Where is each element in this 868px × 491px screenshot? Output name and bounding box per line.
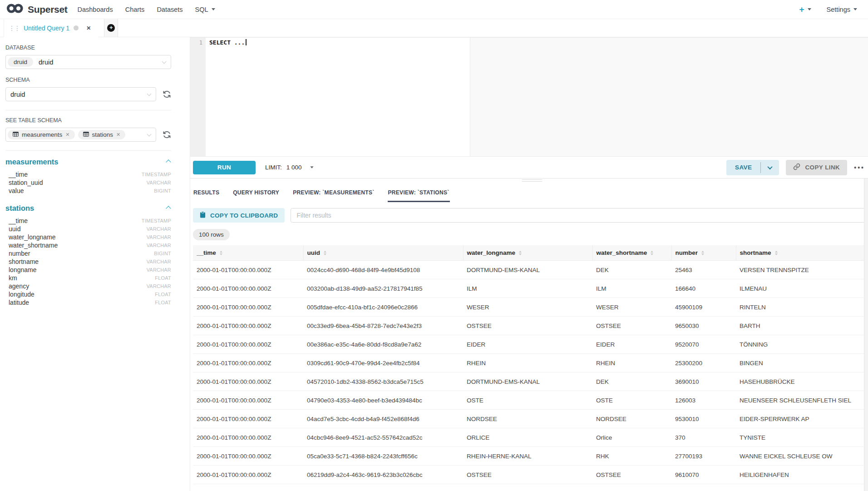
line-number: 1 <box>199 40 202 46</box>
table-column-row: shortname VARCHAR <box>5 258 171 266</box>
refresh-tables-icon[interactable] <box>162 130 171 139</box>
nav-item-datasets[interactable]: Datasets <box>157 6 182 13</box>
table-cell: TÖNNING <box>736 335 866 354</box>
main-split: DATABASE druid druid SCHEMA druid <box>0 37 868 491</box>
column-type: FLOAT <box>155 275 171 282</box>
table-schema-select[interactable]: measurements ✕ stations ✕ <box>5 128 156 142</box>
nav-item-dashboards[interactable]: Dashboards <box>77 6 113 13</box>
caret-down-icon <box>212 8 215 10</box>
save-button[interactable]: SAVE <box>726 160 760 175</box>
drag-dots-icon[interactable]: ⋮⋮ <box>9 25 20 31</box>
table-cell: OSTSEE <box>592 317 671 335</box>
chevron-up-icon[interactable] <box>166 206 171 211</box>
table-cell: 04cbc946-8ee9-4521-ac52-557642cad52c <box>303 428 463 447</box>
table-cell: OSTSEE <box>463 466 592 484</box>
table-cell: 05ca0e33-5c71-4368-b824-2243fcff656c <box>303 447 463 466</box>
caret-down-icon <box>853 8 857 10</box>
copy-link-label: COPY LINK <box>805 164 840 171</box>
pane-resize-handle[interactable] <box>190 179 868 183</box>
close-icon[interactable]: ✕ <box>86 25 91 31</box>
table-name[interactable]: stations <box>5 204 34 213</box>
sort-icon[interactable] <box>324 251 326 255</box>
sort-icon[interactable] <box>220 251 222 255</box>
copy-link-button[interactable]: COPY LINK <box>786 160 847 175</box>
query-tab-active[interactable]: ⋮⋮ Untitled Query 1 ✕ <box>4 19 98 37</box>
column-header-label: uuid <box>307 249 321 256</box>
sql-workspace: 1 SELECT ... RUN LIMIT: 1 000 SAVE <box>190 37 868 491</box>
column-header-label: water_longname <box>467 249 516 256</box>
column-header[interactable]: water_longname <box>463 245 592 261</box>
schema-value: druid <box>10 91 25 98</box>
chevron-down-icon <box>768 164 773 169</box>
code-text: SELECT ... <box>209 39 245 46</box>
sql-editor[interactable]: 1 SELECT ... <box>190 37 868 157</box>
remove-pill-icon[interactable]: ✕ <box>116 132 120 138</box>
table-cell: 2000-01-01T00:00:00.000Z <box>193 372 303 391</box>
table-cell: 2000-01-01T00:00:00.000Z <box>193 261 303 279</box>
superset-brand[interactable]: Superset <box>6 3 67 16</box>
table-cell: 04790e03-4353-4e80-beef-b3ed439484bc <box>303 391 463 410</box>
limit-dropdown[interactable]: LIMIT: 1 000 <box>265 164 314 171</box>
sort-icon[interactable] <box>775 251 778 255</box>
table-cell: DORTMUND-EMS-KANAL <box>463 372 592 391</box>
table-column-row: value BIGINT <box>5 187 171 195</box>
copy-to-clipboard-label: COPY TO CLIPBOARD <box>210 212 278 219</box>
column-name: __time <box>9 171 28 178</box>
results-table-wrap: __timeuuidwater_longnamewater_shortnamen… <box>193 245 866 491</box>
refresh-schema-icon[interactable] <box>162 90 171 99</box>
table-name[interactable]: measurements <box>5 158 58 166</box>
table-cell: 2000-01-01T00:00:00.000Z <box>193 410 303 428</box>
sort-icon[interactable] <box>519 251 522 255</box>
nav-item-sql[interactable]: SQL <box>195 6 215 13</box>
add-query-tab-button[interactable]: + <box>104 19 118 37</box>
table-column-row: number BIGINT <box>5 249 171 258</box>
table-cell: EIDER <box>463 335 592 354</box>
column-name: latitude <box>9 299 29 306</box>
table-cell: NORDSEE <box>592 410 671 428</box>
table-cell: 2000-01-01T00:00:00.000Z <box>193 298 303 317</box>
database-select[interactable]: druid druid <box>5 55 171 69</box>
table-cell: DEK <box>592 261 671 279</box>
tab-query-history[interactable]: QUERY HISTORY <box>232 187 280 202</box>
new-item-button[interactable]: + <box>799 5 811 14</box>
column-header[interactable]: number <box>671 245 736 261</box>
table-row: 2000-01-01T00:00:00.000Z04790e03-4353-4e… <box>193 391 866 410</box>
tab-results[interactable]: RESULTS <box>193 187 220 202</box>
editor-gutter: 1 <box>190 38 206 156</box>
nav-item-charts[interactable]: Charts <box>125 6 145 13</box>
column-header[interactable]: __time <box>193 245 303 261</box>
table-column-row: longname VARCHAR <box>5 266 171 274</box>
copy-to-clipboard-button[interactable]: COPY TO CLIPBOARD <box>193 208 285 223</box>
table-cell: RHEIN <box>463 354 592 372</box>
table-pill-measurements[interactable]: measurements ✕ <box>8 130 75 139</box>
column-name: uuid <box>9 226 20 233</box>
table-cell: 2000-01-01T00:00:00.000Z <box>193 317 303 335</box>
schema-select[interactable]: druid <box>5 87 156 101</box>
result-actions: COPY TO CLIPBOARD <box>193 208 866 223</box>
column-type: BIGINT <box>154 250 171 257</box>
table-cell: 27700193 <box>671 447 736 466</box>
editor-code[interactable]: SELECT ... <box>206 38 247 156</box>
save-options-button[interactable] <box>761 160 779 175</box>
column-header[interactable]: uuid <box>303 245 463 261</box>
more-menu-icon[interactable]: ••• <box>854 164 865 171</box>
column-header[interactable]: water_shortname <box>592 245 671 261</box>
column-name: shortname <box>9 258 39 265</box>
table-cell: RHEIN-HERNE-KANAL <box>463 447 592 466</box>
nav-right: + Settings <box>799 5 857 14</box>
sort-icon[interactable] <box>651 251 653 255</box>
table-row: 2000-01-01T00:00:00.000Z00e386ac-e35c-4a… <box>193 335 866 354</box>
scrollbar[interactable] <box>864 179 868 491</box>
table-cell: ILMENAU <box>736 279 866 298</box>
table-pill-stations[interactable]: stations ✕ <box>78 130 126 139</box>
sort-icon[interactable] <box>701 251 704 255</box>
remove-pill-icon[interactable]: ✕ <box>65 132 69 138</box>
tab-preview-stations[interactable]: PREVIEW: `STATIONS` <box>388 187 450 202</box>
table-cell: 005dfdae-efcc-410a-bf1c-24096e0c2866 <box>303 298 463 317</box>
column-header[interactable]: shortname <box>736 245 866 261</box>
filter-results-input[interactable] <box>291 208 866 223</box>
settings-menu[interactable]: Settings <box>827 6 857 13</box>
chevron-up-icon[interactable] <box>166 159 171 164</box>
run-button[interactable]: RUN <box>193 161 256 174</box>
tab-preview-measurements[interactable]: PREVIEW: `MEASUREMENTS` <box>292 187 375 202</box>
